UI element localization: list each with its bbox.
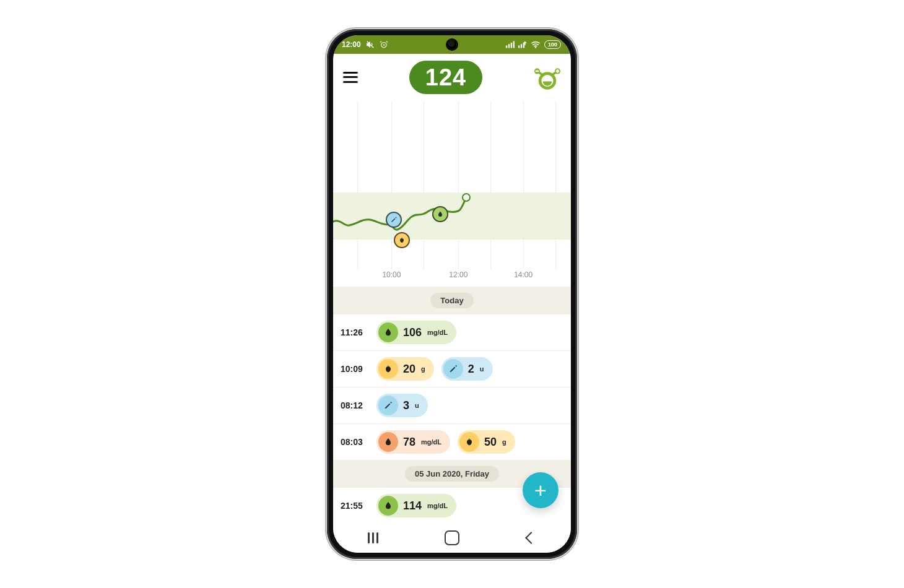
signal-icon [506, 41, 515, 48]
status-time: 12:00 [342, 40, 361, 49]
chip-value: 106 [403, 326, 422, 339]
svg-rect-2 [508, 44, 510, 48]
svg-point-8 [535, 47, 536, 48]
entry-time: 11:26 [341, 327, 368, 337]
entry-time: 08:03 [341, 437, 368, 447]
log-entry[interactable]: 10:09 20 g [333, 350, 571, 387]
chip-unit: mg/dL [427, 329, 448, 336]
log-entry[interactable]: 08:03 78 mg/dL [333, 423, 571, 460]
chip-unit: mg/dL [421, 438, 441, 446]
x-tick: 12:00 [449, 270, 467, 279]
chart-marker-carbs[interactable] [394, 232, 410, 248]
wifi-icon [531, 41, 541, 48]
chart-marker-glucose[interactable] [432, 206, 448, 222]
entry-time: 21:55 [341, 501, 368, 511]
phone-screen: 12:00 [333, 35, 571, 553]
x-tick: 14:00 [514, 270, 532, 279]
chip-glucose[interactable]: 106 mg/dL [376, 321, 456, 344]
log-entry[interactable]: 08:12 3 u [333, 387, 571, 423]
phone-frame: 12:00 [327, 29, 577, 559]
nav-home-button[interactable] [444, 530, 460, 546]
glucose-chart[interactable]: 10:00 12:00 14:00 [333, 101, 571, 287]
status-bar: 12:00 [333, 35, 571, 54]
nav-recents-button[interactable] [365, 530, 381, 546]
drop-icon [378, 432, 398, 452]
chip-value: 50 [484, 436, 497, 449]
syringe-icon [378, 396, 398, 415]
svg-rect-4 [513, 41, 515, 48]
mascot-icon[interactable] [534, 64, 561, 91]
drop-icon [378, 322, 398, 342]
drop-icon [378, 496, 398, 516]
date-chip: 05 Jun 2020, Friday [405, 466, 499, 482]
entry-time: 08:12 [341, 400, 368, 410]
chip-unit: u [415, 402, 419, 409]
chip-value: 2 [468, 363, 474, 376]
chip-value: 114 [403, 499, 422, 512]
svg-rect-6 [521, 44, 522, 48]
apple-icon [378, 359, 398, 379]
date-header-row: Today [333, 287, 571, 314]
svg-rect-7 [523, 43, 524, 48]
glucose-line [333, 101, 571, 287]
chip-insulin[interactable]: 3 u [376, 394, 428, 417]
battery-text: 100 [548, 41, 557, 48]
chart-latest-point [462, 193, 471, 202]
chip-carbs[interactable]: 50 g [458, 430, 515, 454]
current-reading-pill[interactable]: 124 [409, 61, 482, 94]
mute-icon [366, 40, 375, 49]
system-nav-bar [333, 523, 571, 553]
svg-rect-13 [536, 71, 539, 72]
chart-x-axis: 10:00 12:00 14:00 [333, 270, 571, 284]
chip-value: 3 [403, 399, 409, 412]
svg-rect-16 [557, 69, 558, 73]
chip-carbs[interactable]: 20 g [376, 357, 434, 381]
chip-insulin[interactable]: 2 u [441, 357, 493, 381]
chip-unit: u [480, 365, 484, 373]
nav-back-button[interactable] [523, 530, 539, 546]
entry-time: 10:09 [341, 364, 368, 374]
chip-unit: g [502, 438, 506, 446]
chip-value: 78 [403, 436, 415, 449]
svg-rect-3 [511, 43, 512, 48]
alarm-icon [380, 40, 388, 49]
svg-rect-1 [506, 46, 507, 48]
x-tick: 10:00 [382, 270, 401, 279]
current-reading-value: 124 [425, 64, 466, 90]
chip-unit: mg/dL [427, 502, 448, 509]
chip-glucose[interactable]: 78 mg/dL [376, 430, 450, 454]
apple-icon [459, 432, 479, 452]
chip-value: 20 [403, 363, 415, 376]
syringe-icon [443, 359, 463, 379]
add-entry-fab[interactable]: + [523, 472, 558, 508]
date-chip-today: Today [430, 293, 473, 308]
plus-icon: + [534, 478, 547, 503]
content-area: 10:00 12:00 14:00 Today 11:26 [333, 101, 571, 523]
chip-glucose[interactable]: 114 mg/dL [376, 494, 456, 517]
svg-rect-5 [518, 46, 519, 48]
camera-punch-hole [447, 40, 457, 50]
chip-unit: g [421, 365, 425, 373]
log-entry[interactable]: 11:26 106 mg/dL [333, 314, 571, 350]
battery-icon: 100 [544, 40, 561, 49]
chart-marker-insulin[interactable] [386, 212, 402, 228]
data-icon [518, 41, 527, 48]
app-header: 124 [333, 54, 571, 101]
menu-button[interactable] [343, 72, 358, 83]
